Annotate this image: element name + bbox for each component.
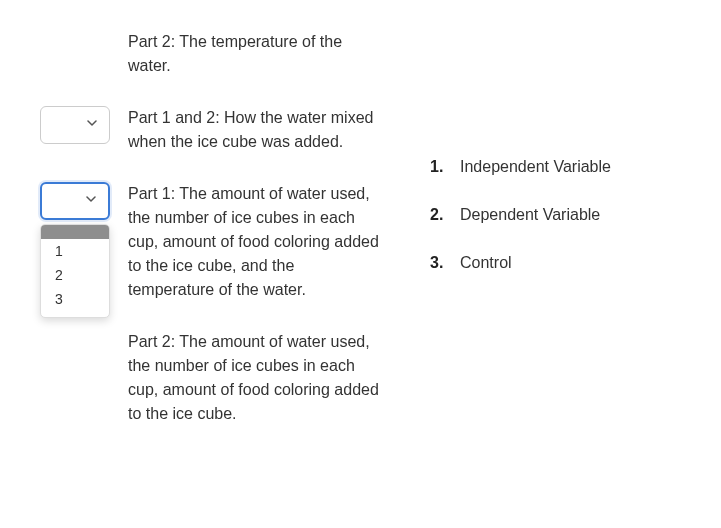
chevron-down-icon xyxy=(87,120,97,130)
match-item-3-text: Part 1: The amount of water used, the nu… xyxy=(128,182,380,302)
key-num-3: 3. xyxy=(430,254,448,272)
match-item-3-row: 1 2 3 Part 1: The amount of water used, … xyxy=(40,182,380,302)
left-column: Part 2: The temperature of the water. Pa… xyxy=(40,30,380,426)
match-item-2-row: Part 1 and 2: How the water mixed when t… xyxy=(40,106,380,154)
dropdown-option-3[interactable]: 3 xyxy=(41,287,109,317)
dropdown-option-2[interactable]: 2 xyxy=(41,263,109,287)
chevron-down-icon xyxy=(86,196,96,206)
key-label-1: Independent Variable xyxy=(460,158,611,176)
dropdown-2[interactable] xyxy=(40,106,110,144)
key-item-3: 3. Control xyxy=(430,254,680,272)
match-item-1-text: Part 2: The temperature of the water. xyxy=(128,33,342,74)
match-item-2-text: Part 1 and 2: How the water mixed when t… xyxy=(128,106,380,154)
dropdown-option-1[interactable]: 1 xyxy=(41,239,109,263)
match-item-4: Part 2: The amount of water used, the nu… xyxy=(128,330,380,426)
dropdown-slot-2 xyxy=(40,106,110,144)
matching-question: Part 2: The temperature of the water. Pa… xyxy=(0,0,721,456)
key-item-2: 2. Dependent Variable xyxy=(430,206,680,224)
match-item-4-text: Part 2: The amount of water used, the nu… xyxy=(128,333,379,422)
key-item-1: 1. Independent Variable xyxy=(430,158,680,176)
key-num-2: 2. xyxy=(430,206,448,224)
dropdown-3[interactable] xyxy=(40,182,110,220)
right-column: 1. Independent Variable 2. Dependent Var… xyxy=(430,30,680,426)
match-item-1: Part 2: The temperature of the water. xyxy=(128,30,380,78)
key-num-1: 1. xyxy=(430,158,448,176)
dropdown-menu-header xyxy=(41,225,109,239)
key-label-2: Dependent Variable xyxy=(460,206,600,224)
answer-key-list: 1. Independent Variable 2. Dependent Var… xyxy=(430,158,680,272)
dropdown-slot-3: 1 2 3 xyxy=(40,182,110,220)
dropdown-3-menu: 1 2 3 xyxy=(40,224,110,318)
key-label-3: Control xyxy=(460,254,512,272)
